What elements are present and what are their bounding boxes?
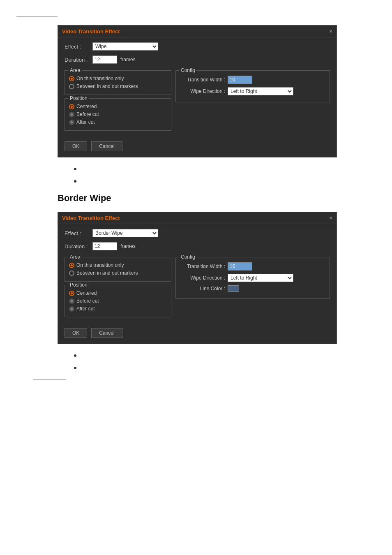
dialog1-after-cut-radio[interactable]	[69, 120, 74, 125]
dialog2-frames-label: frames	[120, 243, 136, 249]
dialog2-effect-select[interactable]: Border Wipe	[92, 229, 158, 237]
dialog1-on-transition-label: On this transition only	[76, 76, 124, 81]
dialog2-lc-row: Line Color :	[180, 285, 325, 292]
bullet-dot-4	[74, 367, 76, 369]
dialog1-after-cut-label: After cut	[76, 119, 95, 125]
dialog2-config-legend: Config	[179, 254, 197, 260]
dialog2-area-content: On this transition only Between in and o…	[69, 262, 167, 276]
dialog1-position-group: Position Centered Before cut	[65, 98, 171, 131]
bottom-rule	[33, 379, 66, 380]
dialog1-wd-row: Wipe Direction : Left to Right	[180, 87, 325, 95]
dialog1-left-col: Area On this transition only Between in …	[65, 70, 171, 134]
dialog2-tw-input[interactable]	[228, 262, 252, 271]
dialog2-titlebar: Video Transition Effect ×	[58, 212, 337, 224]
dialog1-wd-label: Wipe Direction :	[180, 88, 225, 94]
dialog2-config-content: Transition Width : Wipe Direction : Left…	[180, 262, 325, 292]
dialog2-after-cut-label: After cut	[76, 306, 95, 312]
dialog2-area-legend: Area	[68, 254, 82, 260]
dialog2-on-transition-radio[interactable]	[69, 263, 74, 268]
dialog1-between-markers-label: Between in and out markers	[76, 83, 138, 89]
bullet-item-3	[74, 352, 376, 359]
dialog1-tw-input[interactable]	[228, 76, 252, 84]
dialog1-area-legend: Area	[68, 67, 82, 73]
dialog2-duration-input[interactable]	[92, 242, 117, 250]
page-container: Video Transition Effect × Effect : Wipe …	[0, 8, 392, 388]
dialog2-title: Video Transition Effect	[62, 215, 120, 221]
dialog2-columns: Area On this transition only Between in …	[65, 257, 330, 321]
dialog1-between-markers-radio[interactable]	[69, 84, 74, 89]
bullet-dot-2	[74, 180, 76, 183]
dialog2-after-cut-radio[interactable]	[69, 306, 74, 312]
dialog1-tw-label: Transition Width :	[180, 77, 225, 83]
dialog2-color-swatch[interactable]	[228, 285, 239, 292]
dialog1-config-content: Transition Width : Wipe Direction : Left…	[180, 76, 325, 95]
dialog2-on-transition-row: On this transition only	[69, 262, 167, 268]
dialog2-before-cut-radio[interactable]	[69, 298, 74, 304]
dialog1-on-transition-row: On this transition only	[69, 76, 167, 81]
dialog1-columns: Area On this transition only Between in …	[65, 70, 330, 134]
dialog1-duration-label: Duration :	[65, 57, 89, 63]
dialog2-between-markers-label: Between in and out markers	[76, 270, 138, 276]
section-heading: Border Wipe	[58, 193, 376, 204]
dialog2-duration-label: Duration :	[65, 243, 89, 250]
dialog1-wd-select[interactable]: Left to Right	[228, 87, 293, 95]
dialog1-ok-button[interactable]: OK	[65, 141, 87, 151]
dialog2-position-content: Centered Before cut After cut	[69, 290, 167, 312]
dialog2-before-cut-row: Before cut	[69, 298, 167, 304]
dialog1-cancel-button[interactable]: Cancel	[91, 141, 122, 151]
dialog1-centered-row: Centered	[69, 104, 167, 109]
dialog1-area-group: Area On this transition only Between in …	[65, 70, 171, 95]
dialog2-centered-row: Centered	[69, 290, 167, 296]
bullet-dot-1	[74, 168, 76, 170]
dialog2-position-group: Position Centered Before cut	[65, 285, 171, 317]
bullet-dot-3	[74, 354, 76, 357]
dialog1-centered-label: Centered	[76, 104, 97, 109]
dialog1-frames-label: frames	[120, 57, 136, 62]
dialog2-wd-select[interactable]: Left to Right	[228, 274, 293, 282]
dialog2-effect-row: Effect : Border Wipe	[65, 229, 330, 237]
dialog2-on-transition-label: On this transition only	[76, 262, 124, 268]
dialog2-between-markers-radio[interactable]	[69, 271, 74, 276]
dialog2-wrapper: Video Transition Effect × Effect : Borde…	[58, 212, 337, 344]
top-rule	[16, 16, 58, 17]
dialog2-after-cut-row: After cut	[69, 306, 167, 312]
dialog1-before-cut-radio[interactable]	[69, 112, 74, 117]
dialog2-close-button[interactable]: ×	[329, 215, 332, 221]
dialog1-config-group: Config Transition Width : Wipe Direction…	[175, 70, 330, 102]
dialog1-close-button[interactable]: ×	[329, 28, 332, 35]
dialog2-position-legend: Position	[68, 282, 89, 288]
dialog1-btn-row: OK Cancel	[65, 141, 330, 151]
dialog2-right-col: Config Transition Width : Wipe Direction…	[175, 257, 330, 321]
dialog1-centered-radio[interactable]	[69, 104, 74, 109]
dialog1-duration-input[interactable]	[92, 56, 117, 64]
dialog1-effect-row: Effect : Wipe	[65, 42, 330, 51]
dialog2: Video Transition Effect × Effect : Borde…	[58, 212, 337, 344]
dialog1-config-legend: Config	[179, 67, 197, 73]
dialog1-titlebar: Video Transition Effect ×	[58, 25, 337, 37]
dialog2-config-group: Config Transition Width : Wipe Direction…	[175, 257, 330, 299]
dialog2-tw-row: Transition Width :	[180, 262, 325, 271]
dialog1-on-transition-radio[interactable]	[69, 76, 74, 81]
dialog1-wrapper: Video Transition Effect × Effect : Wipe …	[58, 25, 337, 157]
dialog1-tw-row: Transition Width :	[180, 76, 325, 84]
dialog1-between-markers-row: Between in and out markers	[69, 83, 167, 89]
bullet-section-2	[74, 352, 376, 371]
dialog2-btn-row: OK Cancel	[65, 328, 330, 338]
dialog1-body: Effect : Wipe Duration : frames	[58, 37, 337, 157]
dialog1-duration-row: Duration : frames	[65, 56, 330, 64]
dialog1-position-content: Centered Before cut After cut	[69, 104, 167, 125]
dialog2-duration-row: Duration : frames	[65, 242, 330, 250]
dialog2-centered-label: Centered	[76, 290, 97, 296]
dialog2-body: Effect : Border Wipe Duration : frames	[58, 224, 337, 344]
dialog2-cancel-button[interactable]: Cancel	[91, 328, 122, 338]
dialog1-before-cut-label: Before cut	[76, 111, 99, 117]
dialog2-left-col: Area On this transition only Between in …	[65, 257, 171, 321]
dialog1-effect-select[interactable]: Wipe	[92, 42, 158, 51]
dialog1-title: Video Transition Effect	[62, 28, 120, 35]
dialog1-position-legend: Position	[68, 95, 89, 101]
dialog2-before-cut-label: Before cut	[76, 298, 99, 304]
dialog1-effect-label: Effect :	[65, 44, 89, 50]
bullet-item-4	[74, 365, 376, 371]
dialog2-centered-radio[interactable]	[69, 291, 74, 296]
dialog2-ok-button[interactable]: OK	[65, 328, 87, 338]
